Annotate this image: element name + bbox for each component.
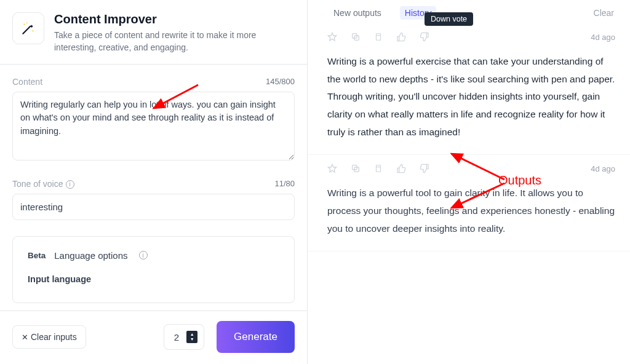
tone-label: Tone of voicei: [12, 179, 74, 189]
close-icon: ✕: [22, 333, 28, 341]
content-input[interactable]: Writing regularly can help you in lot of…: [12, 92, 295, 160]
tool-icon: [12, 12, 44, 44]
timestamp: 4d ago: [591, 164, 615, 173]
copy-icon[interactable]: [351, 32, 361, 42]
tone-input[interactable]: [12, 194, 295, 220]
quantity-stepper[interactable]: 2 ▲▼: [164, 324, 204, 350]
stepper-icon[interactable]: ▲▼: [186, 331, 197, 343]
timestamp: 4d ago: [591, 33, 615, 42]
input-language-label: Input language: [28, 274, 279, 284]
bottom-bar: ✕ Clear inputs 2 ▲▼ Generate: [0, 311, 307, 364]
tooltip-down-vote: Down vote: [425, 12, 473, 26]
thumbs-down-icon[interactable]: [420, 164, 429, 173]
language-options-label: Language options: [54, 250, 127, 261]
copy-icon[interactable]: [351, 164, 361, 173]
delete-icon[interactable]: [374, 164, 383, 173]
info-icon[interactable]: i: [66, 180, 74, 189]
thumbs-up-icon[interactable]: [396, 164, 406, 173]
thumbs-up-icon[interactable]: [396, 32, 406, 42]
clear-inputs-button[interactable]: ✕ Clear inputs: [12, 325, 86, 349]
star-icon[interactable]: [327, 32, 337, 42]
page-description: Take a piece of content and rewrite it t…: [54, 29, 295, 54]
form-area: Content 145/800 Writing regularly can he…: [0, 65, 307, 311]
output-text: Writing is a powerful tool to gain clari…: [327, 184, 615, 237]
thumbs-down-icon[interactable]: [420, 32, 429, 42]
clear-outputs-link[interactable]: Clear: [594, 8, 614, 18]
svg-point-0: [23, 23, 25, 25]
generate-button[interactable]: Generate: [217, 321, 295, 353]
svg-marker-6: [328, 165, 336, 173]
output-item: 4d ago Writing is a powerful tool to gai…: [308, 155, 630, 251]
svg-point-1: [33, 30, 34, 31]
tone-counter: 11/80: [274, 179, 295, 188]
left-panel: Content Improver Take a piece of content…: [0, 0, 308, 364]
info-icon[interactable]: i: [139, 251, 148, 259]
delete-icon[interactable]: [374, 32, 383, 42]
content-label: Content: [12, 77, 42, 87]
tabs: New outputs History Clear Down vote: [308, 0, 630, 23]
output-item: 4d ago Writing is a powerful exercise th…: [308, 23, 630, 155]
svg-point-2: [26, 22, 28, 23]
language-box: Beta Language options i Input language: [12, 236, 295, 303]
quantity-value: 2: [174, 332, 179, 342]
right-panel: New outputs History Clear Down vote: [308, 0, 630, 364]
content-counter: 145/800: [266, 77, 295, 86]
outputs-list: 4d ago Writing is a powerful exercise th…: [308, 23, 630, 364]
header: Content Improver Take a piece of content…: [0, 0, 307, 65]
output-text: Writing is a powerful exercise that can …: [327, 53, 615, 141]
beta-badge: Beta: [28, 251, 46, 260]
page-title: Content Improver: [54, 12, 295, 26]
svg-marker-3: [328, 33, 336, 41]
tab-new-outputs[interactable]: New outputs: [330, 7, 385, 19]
star-icon[interactable]: [327, 164, 337, 173]
